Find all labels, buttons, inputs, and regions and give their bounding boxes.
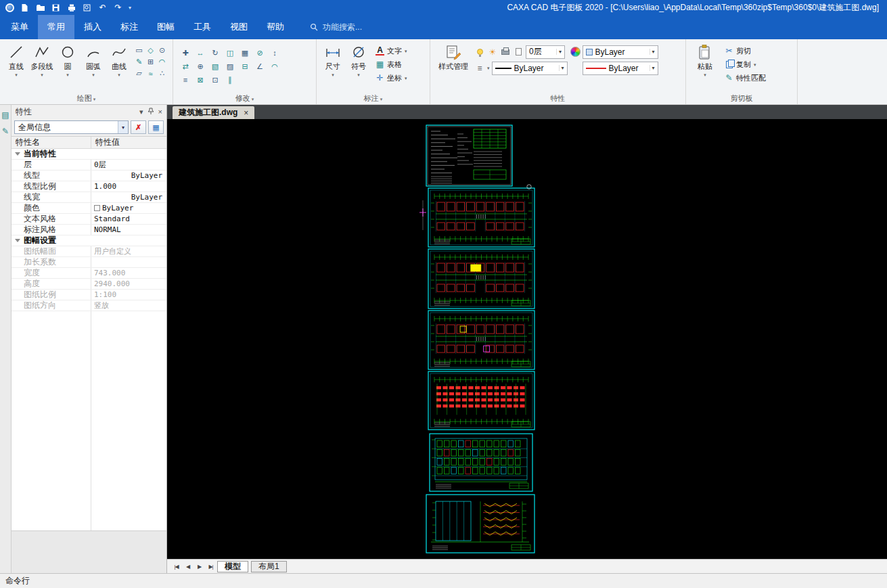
property-row-sheet-scale: 图纸比例 1:100: [12, 290, 166, 300]
trim-tool-icon[interactable]: ⊟: [237, 60, 252, 73]
parallel-tool-icon[interactable]: ∥: [223, 73, 237, 87]
section-sheet-settings[interactable]: 图幅设置: [12, 235, 166, 246]
angle-tool-icon[interactable]: ∠: [252, 60, 267, 73]
scale-tool-icon[interactable]: ↕: [267, 46, 282, 60]
quick-access-menu-icon[interactable]: ▾: [129, 5, 134, 11]
last-tab-icon[interactable]: ▶|: [206, 564, 216, 570]
circle-icon: [60, 43, 75, 61]
group-label-modify[interactable]: 修改▾: [173, 93, 316, 104]
tool-paste[interactable]: 粘贴 ▾: [691, 42, 719, 78]
arc2-tool-icon[interactable]: ◠: [156, 56, 168, 68]
color-select[interactable]: ByLayer ▾: [583, 45, 658, 59]
mirror-tool-icon[interactable]: ◫: [223, 46, 237, 60]
join-tool-icon[interactable]: ⊡: [208, 73, 223, 87]
draw-palette-icon[interactable]: ✎: [2, 127, 9, 136]
redo-icon[interactable]: ↷: [113, 3, 123, 13]
menu-tab-view[interactable]: 视图: [221, 15, 257, 39]
coordinate-icon: ✛: [376, 73, 384, 83]
hatch2-tool-icon[interactable]: ▨: [223, 60, 237, 73]
offset-tool-icon[interactable]: ⊕: [193, 60, 208, 73]
grid-tool-icon[interactable]: ⊞: [145, 56, 156, 68]
linetype-list-icon[interactable]: ≡: [474, 63, 485, 74]
clear-selection-button[interactable]: ✗: [131, 120, 146, 134]
next-tab-icon[interactable]: ▶: [194, 564, 204, 570]
tool-coordinate[interactable]: ✛ 坐标 ▾: [373, 72, 410, 84]
swap-tool-icon[interactable]: ⇄: [178, 60, 193, 73]
tool-arc[interactable]: 圆弧 ▾: [82, 42, 105, 78]
menu-tab-help[interactable]: 帮助: [257, 15, 294, 39]
edit-table-button[interactable]: ▦: [148, 120, 164, 134]
move-tool-icon[interactable]: ✚: [178, 46, 193, 60]
function-search[interactable]: 功能搜索...: [310, 15, 362, 39]
tab-model[interactable]: 模型: [217, 561, 248, 572]
printer-icon[interactable]: [500, 47, 511, 58]
document-tab[interactable]: 建筑施工图.dwg ×: [173, 106, 254, 119]
parallelogram-tool-icon[interactable]: ▱: [133, 68, 145, 79]
menu-tab-common[interactable]: 常用: [38, 15, 74, 39]
layer-on-icon[interactable]: [474, 47, 485, 58]
menu-tab-insert[interactable]: 插入: [74, 15, 111, 39]
prev-tab-icon[interactable]: ◀: [183, 564, 193, 570]
open-folder-icon[interactable]: [35, 3, 45, 13]
tool-style-manager[interactable]: 样式管理: [435, 42, 472, 73]
group-label-annotate[interactable]: 标注▾: [317, 93, 430, 104]
tool-table[interactable]: ▦ 表格: [373, 58, 410, 70]
tool-match-properties[interactable]: ✎ 特性匹配: [722, 72, 769, 84]
align-tool-icon[interactable]: ≡: [178, 73, 193, 87]
section-current-properties[interactable]: 当前特性: [12, 149, 166, 160]
menu-tab-sheet[interactable]: 图幅: [147, 15, 184, 39]
tool-line[interactable]: 直线 ▾: [5, 42, 28, 78]
first-tab-icon[interactable]: |◀: [171, 564, 181, 570]
new-file-icon[interactable]: [20, 3, 30, 13]
tool-spline[interactable]: 曲线 ▾: [108, 42, 131, 78]
print-preview-icon[interactable]: [82, 3, 92, 13]
print-icon[interactable]: [66, 3, 76, 13]
properties-table-header: 特性名 特性值: [12, 137, 166, 149]
chevron-down-icon[interactable]: ▾: [139, 108, 143, 116]
group-label-properties[interactable]: 特性: [430, 93, 685, 104]
stretch-tool-icon[interactable]: ↔: [193, 46, 208, 60]
explode-tool-icon[interactable]: ⊠: [193, 73, 208, 87]
hatch-tool-icon[interactable]: ▧: [208, 60, 223, 73]
group-label-clipboard[interactable]: 剪切板: [686, 93, 797, 104]
layer-select[interactable]: 0层 ▾: [526, 45, 565, 59]
tool-dimension[interactable]: 尺寸 ▾: [321, 42, 344, 78]
menu-tab-tools[interactable]: 工具: [184, 15, 221, 39]
tool-copy[interactable]: 复制 ▾: [722, 58, 769, 70]
erase-tool-icon[interactable]: ⊘: [252, 46, 267, 60]
linetype-select[interactable]: ByLayer ▾: [492, 62, 568, 75]
rotate-tool-icon[interactable]: ↻: [208, 46, 223, 60]
fillet-tool-icon[interactable]: ◠: [267, 60, 282, 73]
pencil-tool-icon[interactable]: ✎: [133, 56, 145, 68]
tool-symbol[interactable]: 符号 ▾: [347, 42, 370, 78]
sheet-icon[interactable]: [513, 47, 524, 58]
point-tool-icon[interactable]: ⊙: [156, 45, 168, 56]
group-label-draw[interactable]: 绘图▾: [0, 93, 173, 104]
tool-polyline[interactable]: 多段线 ▾: [30, 42, 53, 78]
menu-tab-menu[interactable]: 菜单: [1, 15, 38, 39]
ellipse-tool-icon[interactable]: ◇: [145, 45, 156, 56]
ribbon-group-draw: 直线 ▾ 多段线 ▾ 圆 ▾ 圆弧 ▾ 曲线 ▾ ▭ ◇ ⊙ ✎ ⊞: [0, 39, 173, 104]
command-line[interactable]: 命令行: [0, 573, 887, 588]
save-icon[interactable]: [51, 3, 61, 13]
tab-layout1[interactable]: 布局1: [251, 561, 287, 572]
library-palette-icon[interactable]: ▤: [1, 110, 9, 120]
scope-select[interactable]: 全局信息 ▾: [14, 120, 129, 134]
close-icon[interactable]: ×: [244, 108, 248, 118]
pin-icon[interactable]: [147, 108, 154, 116]
tool-cut[interactable]: ✂ 剪切: [722, 45, 769, 57]
menu-tab-annotate[interactable]: 标注: [111, 15, 147, 39]
points-tool-icon[interactable]: ∴: [156, 68, 168, 79]
sun-icon[interactable]: ☀: [487, 47, 498, 58]
tool-circle[interactable]: 圆 ▾: [56, 42, 79, 78]
tool-text[interactable]: A 文字 ▾: [373, 45, 410, 57]
lineweight-select[interactable]: ByLayer ▾: [583, 62, 658, 75]
rectangle-tool-icon[interactable]: ▭: [133, 45, 145, 56]
drawing-canvas[interactable]: [167, 119, 887, 559]
close-icon[interactable]: ×: [158, 108, 162, 116]
array-tool-icon[interactable]: ▦: [237, 46, 252, 60]
undo-icon[interactable]: ↶: [97, 3, 108, 13]
wave-tool-icon[interactable]: ≈: [145, 68, 156, 79]
table-icon: ▦: [376, 60, 384, 69]
color-wheel-icon[interactable]: [570, 47, 581, 57]
